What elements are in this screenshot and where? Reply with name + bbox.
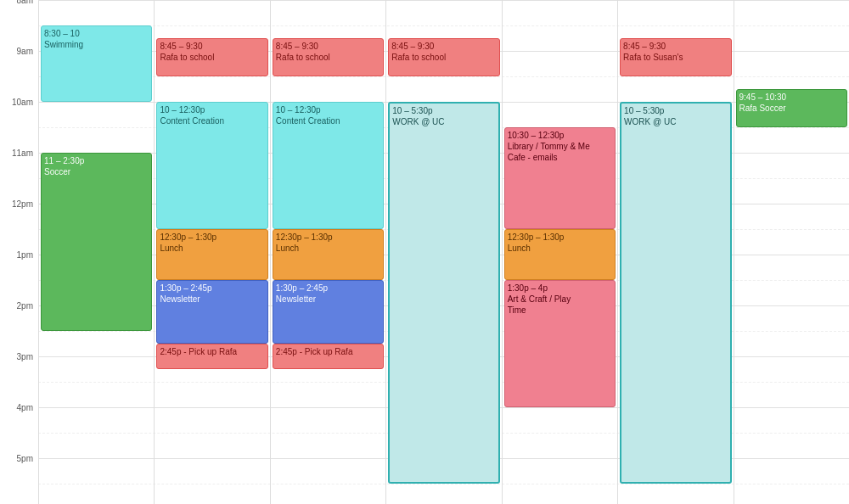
day-column: 8:45 – 9:30 Rafa to school10 – 12:30p Co…	[270, 0, 385, 504]
day-column: 8:30 – 10 Swimming11 – 2:30p Soccer6p - …	[38, 0, 154, 504]
calendar-event[interactable]: 10 – 12:30p Content Creation	[156, 102, 267, 229]
calendar-event[interactable]: 8:45 – 9:30 Rafa to school	[156, 38, 267, 76]
time-label: 2pm	[17, 301, 33, 311]
time-label: 9am	[17, 47, 33, 56]
time-label: 10am	[12, 98, 33, 107]
calendar-event[interactable]: 2:45p - Pick up Rafa	[156, 344, 267, 369]
calendar-event[interactable]: 12:30p – 1:30p Lunch	[504, 229, 616, 280]
time-label: 11am	[12, 148, 33, 158]
calendar-event[interactable]: 8:45 – 9:30 Rafa to Susan's	[620, 38, 731, 76]
calendar-event[interactable]: 2:45p - Pick up Rafa	[273, 344, 384, 369]
calendar-event[interactable]: 9:45 – 10:30 Rafa Soccer	[736, 89, 847, 127]
time-label: 4pm	[17, 403, 33, 412]
calendar-event[interactable]: 10 – 12:30p Content Creation	[273, 102, 384, 229]
calendar-event[interactable]: 12:30p – 1:30p Lunch	[273, 229, 384, 280]
calendar-event[interactable]: 8:45 – 9:30 Rafa to school	[388, 38, 499, 76]
time-label: 8am	[17, 0, 33, 5]
calendar-event[interactable]: 10 – 5:30p WORK @ UC	[388, 102, 499, 484]
time-label: 12pm	[12, 199, 33, 209]
days-grid: 8:30 – 10 Swimming11 – 2:30p Soccer6p - …	[38, 0, 849, 504]
time-column: 8am9am10am11am12pm1pm2pm3pm4pm5pm6pm7pm8…	[0, 0, 38, 504]
calendar-event[interactable]: 12:30p – 1:30p Lunch	[156, 229, 267, 280]
calendar-event[interactable]: 8:30 – 10 Swimming	[41, 25, 152, 102]
calendar-event[interactable]: 10:30 – 12:30p Library / Tommy & Me Cafe…	[504, 127, 616, 229]
calendar-event[interactable]: 1:30p – 4p Art & Craft / Play Time	[504, 280, 616, 407]
calendar-event[interactable]: 10 – 5:30p WORK @ UC	[620, 102, 731, 484]
day-column: 8:45 – 9:30 Rafa to school10 – 5:30p WOR…	[385, 0, 501, 504]
day-column: 8:45 – 9:30 Rafa to Susan's10 – 5:30p WO…	[617, 0, 733, 504]
time-label: 5pm	[17, 454, 33, 463]
calendar-event[interactable]: 1:30p – 2:45p Newsletter	[273, 280, 384, 344]
calendar-event[interactable]: 1:30p – 2:45p Newsletter	[156, 280, 267, 344]
day-column: 8:45 – 9:30 Rafa to school10 – 12:30p Co…	[154, 0, 269, 504]
calendar: 8am9am10am11am12pm1pm2pm3pm4pm5pm6pm7pm8…	[0, 0, 849, 504]
time-label: 1pm	[17, 250, 33, 260]
time-label: 3pm	[17, 352, 33, 361]
calendar-event[interactable]: 11 – 2:30p Soccer	[41, 153, 152, 331]
day-column: 10:30 – 12:30p Library / Tommy & Me Cafe…	[502, 0, 617, 504]
day-column: 9:45 – 10:30 Rafa Soccer6p - PIZZA / PIE…	[734, 0, 849, 504]
calendar-event[interactable]: 8:45 – 9:30 Rafa to school	[273, 38, 384, 76]
